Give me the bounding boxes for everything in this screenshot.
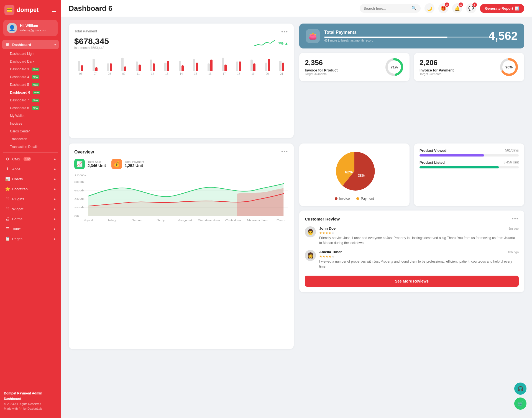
nav-forms-label: Forms — [12, 217, 22, 221]
overview-menu-button[interactable]: ••• — [281, 149, 288, 155]
chevron-right-icon: ▸ — [54, 207, 56, 211]
apps-icon: ℹ — [5, 167, 10, 171]
sidebar-item-label: Transaction — [10, 137, 27, 141]
bar-label: 14 — [180, 72, 183, 75]
nav-item-pages[interactable]: 📋 Pages ▸ — [2, 234, 59, 243]
dashboard-icon: ⊞ — [5, 42, 10, 47]
sidebar-item-dashboard-6[interactable]: Dashboard 6 New — [7, 89, 59, 96]
sidebar-item-dashboard-5[interactable]: Dashboard 5 New — [7, 81, 59, 89]
nav-item-charts[interactable]: 📊 Charts ▸ — [2, 174, 59, 184]
user-info: Hi, William william@gmail.com — [20, 24, 46, 32]
right-bottom: 62% 38% Invoice Payment — [299, 143, 524, 349]
svg-text:September: September — [198, 219, 221, 222]
gift-notification-button[interactable]: 🎁 2 — [438, 3, 448, 13]
bar-group: 21 — [275, 52, 288, 75]
generate-report-label: Generate Report — [485, 6, 513, 11]
cart-fab-button[interactable]: 🛒 — [514, 398, 526, 410]
progress-label-listed: Product Listed — [420, 160, 445, 165]
payment-dot — [356, 197, 359, 200]
user-card[interactable]: 👤 Hi, William william@gmail.com — [3, 20, 58, 36]
progress-value-viewed: 561/days — [505, 148, 519, 153]
bar-pair — [193, 52, 198, 71]
logo[interactable]: 💳 dompet — [4, 5, 39, 15]
bell-notification-button[interactable]: 🔔 12 — [452, 3, 462, 13]
nav-item-forms[interactable]: 🖨 Forms ▸ — [2, 214, 59, 224]
sidebar-item-transaction-details[interactable]: Transaction Details — [7, 143, 59, 151]
bar-red — [253, 63, 255, 71]
sale-icon: 📈 — [74, 159, 85, 169]
invoice-product-card: 2,356 Invoice for Product Target 3k/mont… — [299, 53, 410, 81]
bar-group: 17 — [218, 52, 231, 75]
progress-bar-fill-viewed — [420, 154, 484, 157]
sidebar-item-my-wallet[interactable]: My Wallet — [7, 112, 59, 120]
sidebar-item-label: Invoices — [10, 122, 22, 125]
sidebar-item-dashboard-dark[interactable]: Dashboard Dark — [7, 58, 59, 65]
theme-toggle-button[interactable]: 🌙 — [424, 3, 434, 13]
new-badge: New — [32, 68, 39, 71]
reviewer-name-2: Amelia Tuner — [319, 250, 342, 254]
nav-item-cms[interactable]: ⚙ CMS New ▸ — [2, 154, 59, 164]
hamburger-icon[interactable]: ☰ — [52, 7, 57, 13]
search-box[interactable]: 🔍 — [360, 4, 421, 13]
bar-group: 13 — [160, 52, 173, 75]
sidebar-item-dashboard-7[interactable]: Dashboard 7 New — [7, 96, 59, 104]
bar-group: 16 — [203, 52, 216, 75]
sidebar-item-label: Dashboard 8 — [10, 106, 29, 110]
support-fab-button[interactable]: 🎧 — [514, 383, 526, 395]
sidebar-item-cards-center[interactable]: Cards Center — [7, 127, 59, 135]
banner-wallet-icon: 👛 — [306, 29, 320, 43]
pages-icon: 📋 — [5, 237, 10, 241]
review-menu-button[interactable]: ••• — [512, 216, 519, 222]
main-content: Dashboard 6 🔍 🌙 🎁 2 🔔 12 💬 5 Gen — [61, 0, 532, 418]
sidebar-item-dashboard-3[interactable]: Dashboard 3 New — [7, 65, 59, 73]
table-icon: ☰ — [5, 227, 10, 231]
nav-item-table[interactable]: ☰ Table ▸ — [2, 224, 59, 234]
sidebar-item-label: My Wallet — [10, 114, 24, 118]
footer-copyright: © 2023 All Rights Reserved — [4, 402, 57, 407]
sidebar-item-dashboard-light[interactable]: Dashboard Light — [7, 50, 59, 58]
review-text-2: I viewed a number of properties with Jus… — [319, 259, 519, 269]
card-menu-button[interactable]: ••• — [281, 29, 288, 35]
gift-badge: 2 — [445, 2, 449, 7]
nav-table-label: Table — [12, 227, 21, 231]
chevron-right-icon: ▸ — [54, 187, 56, 191]
bar-pair — [236, 52, 241, 71]
message-notification-button[interactable]: 💬 5 — [466, 3, 476, 13]
sidebar-item-label: Dashboard 5 — [10, 83, 29, 87]
nav-item-plugins[interactable]: ♡ Plugins ▸ — [2, 194, 59, 204]
nav-item-dashboard[interactable]: ⊞ Dashboard ▾ — [2, 40, 59, 49]
bar-label: 06 — [79, 72, 82, 75]
bar-red — [167, 61, 169, 71]
sidebar-header: 💳 dompet ☰ — [0, 0, 61, 20]
total-payment-title: Total Payment — [74, 29, 97, 33]
sidebar-item-dashboard-8[interactable]: Dashboard 8 New — [7, 104, 59, 112]
sidebar-item-label: Dashboard 6 — [10, 91, 30, 94]
sidebar-footer: Dompet Payment Admin Dashboard © 2023 Al… — [0, 387, 61, 412]
chart-icon: 📊 — [5, 177, 10, 181]
nav-widget-label: Widget — [12, 207, 23, 211]
bar-label: 11 — [137, 72, 140, 75]
nav-apps-label: Apps — [12, 167, 21, 171]
headset-icon: 🎧 — [517, 386, 523, 392]
bar-label: 21 — [280, 72, 283, 75]
svg-text:600k: 600k — [74, 189, 85, 192]
nav-item-apps[interactable]: ℹ Apps ▸ — [2, 164, 59, 174]
search-input[interactable] — [364, 6, 409, 11]
nav-item-bootstrap[interactable]: ⭐ Bootstrap ▸ — [2, 184, 59, 194]
sidebar-item-invoices[interactable]: Invoices — [7, 120, 59, 127]
progress-card: Product Viewed 561/days Product Listed 3… — [414, 143, 524, 206]
right-top: 👛 Total Payments 431 more to break last … — [299, 24, 524, 138]
see-more-reviews-button[interactable]: See More Reviews — [305, 276, 519, 287]
sidebar-item-dashboard-4[interactable]: Dashboard 4 New — [7, 73, 59, 81]
pie-chart-card: 62% 38% Invoice Payment — [299, 143, 410, 206]
chevron-right-icon: ▸ — [54, 197, 56, 201]
nav-item-widget[interactable]: ♡ Widget ▸ — [2, 204, 59, 214]
new-badge: New — [33, 91, 40, 94]
stat-chip-sale: 📈 Total Sale 2,346 Unit — [74, 159, 106, 169]
sidebar-item-transaction[interactable]: Transaction — [7, 135, 59, 143]
sidebar-item-label: Dashboard 4 — [10, 75, 29, 79]
svg-text:38%: 38% — [358, 174, 365, 178]
bar-label: 17 — [223, 72, 226, 75]
generate-report-button[interactable]: Generate Report 📊 — [480, 4, 524, 13]
invoice-dot — [335, 197, 337, 200]
